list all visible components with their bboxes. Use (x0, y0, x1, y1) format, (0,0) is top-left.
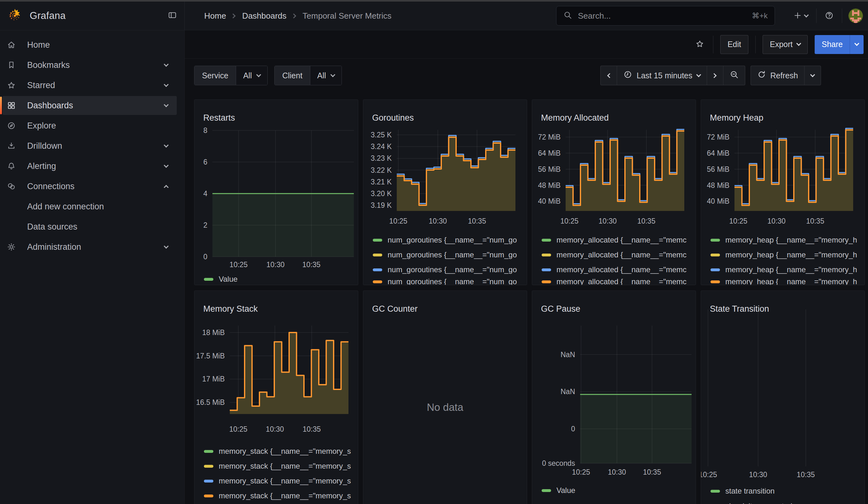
legend-item[interactable]: memory_allocated {__name__="memc (541, 235, 693, 245)
legend-label: Value (557, 486, 576, 495)
series-area (213, 194, 354, 257)
legend-item[interactable]: memory_stack {__name__="memory_s (204, 476, 355, 486)
legend-swatch-icon (711, 280, 720, 283)
panel-state-transition: State Transition 10:2510:3010:35 state t… (701, 290, 865, 504)
y-axis-tick-label: 72 MiB (707, 133, 730, 141)
legend-item[interactable]: shard_item_created (711, 501, 861, 504)
chevron-down-icon (810, 72, 815, 77)
legend-item[interactable]: num_goroutines {__name__="num_go (373, 277, 524, 285)
breadcrumb: HomeDashboardsTemporal Server Metrics (204, 11, 391, 21)
legend-label: memory_stack {__name__="memory_s (219, 447, 351, 456)
legend-item[interactable]: num_goroutines {__name__="num_go (373, 265, 524, 275)
legend-swatch-icon (711, 239, 720, 241)
share-button-group: Share (815, 35, 864, 54)
time-shift-back-button[interactable] (601, 66, 617, 85)
time-range-picker[interactable]: Last 15 minutes (617, 66, 707, 85)
sidebar-item-explore[interactable]: Explore (2, 116, 177, 135)
panel-title[interactable]: GC Counter (372, 304, 417, 314)
chevron-down-icon (164, 142, 169, 147)
share-button[interactable]: Share (815, 35, 850, 54)
drilldown-icon (7, 142, 27, 150)
legend-item[interactable]: memory_heap {__name__="memory_h (711, 250, 861, 260)
apps-icon (7, 101, 27, 110)
search-box[interactable]: ⌘+k (556, 6, 775, 25)
favorite-star-button[interactable] (693, 38, 706, 51)
dock-menu-icon[interactable] (168, 11, 177, 21)
chevron-down-icon (330, 72, 335, 77)
x-axis-tick-label: 10:30 (767, 217, 786, 225)
sidebar-item-home[interactable]: Home (2, 35, 177, 54)
sidebar-item-administration[interactable]: Administration (2, 237, 177, 256)
search-input[interactable] (577, 11, 752, 21)
share-dropdown-button[interactable] (850, 35, 864, 54)
y-axis-tick-label: 72 MiB (538, 133, 560, 141)
legend-swatch-icon (204, 495, 213, 497)
export-button[interactable]: Export (763, 35, 808, 54)
chevron-down-icon (164, 102, 169, 107)
legend-item[interactable]: num_goroutines {__name__="num_go (373, 250, 524, 260)
sidebar-item-drilldown[interactable]: Drilldown (2, 136, 177, 155)
help-icon (825, 11, 834, 21)
client-filter-selected: All (317, 71, 326, 80)
refresh-button[interactable]: Refresh (751, 66, 805, 85)
x-axis-tick-label: 10:35 (806, 217, 825, 225)
legend-item[interactable]: memory_allocated {__name__="memc (541, 250, 693, 260)
y-axis-tick-label: 8 (203, 126, 207, 134)
panel-title[interactable]: Restarts (203, 113, 235, 123)
sidebar-item-add-new-connection[interactable]: Add new connection (2, 197, 177, 216)
legend-item[interactable]: memory_allocated {__name__="memc (541, 265, 693, 275)
sidebar-item-data-sources[interactable]: Data sources (2, 217, 177, 236)
client-filter-label: Client (275, 66, 310, 85)
sidebar-item-alerting[interactable]: Alerting (2, 157, 177, 176)
x-axis-tick-label: 10:35 (468, 217, 486, 225)
legend-item[interactable]: Value (204, 274, 355, 284)
panel-title[interactable]: Memory Allocated (541, 113, 609, 123)
panel-memory-allocated: Memory Allocated 72 MiB64 MiB56 MiB48 Mi… (532, 100, 696, 285)
client-filter-value[interactable]: All (310, 66, 342, 85)
y-axis-tick-label: 3.22 K (371, 166, 392, 174)
legend-item[interactable]: memory_heap {__name__="memory_h (711, 277, 861, 285)
service-filter-value[interactable]: All (236, 66, 267, 85)
legend-item[interactable]: memory_heap {__name__="memory_h (711, 265, 861, 275)
sidebar-item-connections[interactable]: Connections (2, 177, 177, 196)
legend-item[interactable]: memory_stack {__name__="memory_s (204, 446, 355, 456)
breadcrumb-item[interactable]: Home (204, 11, 226, 21)
legend-item[interactable]: Value (541, 485, 693, 495)
add-button[interactable] (791, 9, 810, 23)
service-filter-label: Service (194, 66, 236, 85)
avatar[interactable] (848, 9, 863, 23)
legend-item[interactable]: memory_allocated {__name__="memc (541, 277, 693, 285)
breadcrumb-item[interactable]: Dashboards (242, 11, 286, 21)
sidebar-item-bookmarks[interactable]: Bookmarks (2, 55, 177, 74)
panel-title[interactable]: Goroutines (372, 113, 414, 123)
panel-title[interactable]: State Transition (710, 304, 769, 314)
export-label: Export (770, 40, 793, 49)
time-series-chart: NaNNaN00 seconds10:2510:3010:35 (532, 291, 696, 504)
legend-item[interactable]: memory_stack {__name__="memory_s (204, 461, 355, 471)
sidebar-item-starred[interactable]: Starred (2, 76, 177, 95)
panel-title[interactable]: Memory Heap (710, 113, 764, 123)
dashboard-content: Edit Export Share Service All (185, 30, 868, 504)
plus-icon (793, 11, 802, 21)
x-axis-tick-label: 10:30 (608, 468, 626, 476)
legend-item[interactable]: num_goroutines {__name__="num_go (373, 235, 524, 245)
y-axis-tick-label: 0 seconds (542, 459, 575, 467)
zoom-out-button[interactable] (723, 66, 745, 85)
panel-title[interactable]: Memory Stack (203, 304, 258, 314)
legend-item[interactable]: state transition (711, 486, 861, 496)
sidebar-item-label: Explore (27, 121, 177, 131)
sidebar-item-label: Dashboards (27, 101, 164, 111)
x-axis-tick-label: 10:35 (797, 471, 815, 479)
x-axis-tick-label: 10:30 (266, 425, 284, 433)
refresh-interval-button[interactable] (804, 66, 821, 85)
time-shift-forward-button[interactable] (707, 66, 723, 85)
help-button[interactable] (823, 9, 836, 23)
y-axis-tick-label: 17.5 MiB (196, 352, 225, 360)
legend-label: memory_heap {__name__="memory_h (725, 277, 857, 285)
legend-item[interactable]: memory_stack {__name__="memory_s (204, 491, 355, 501)
sidebar-item-dashboards[interactable]: Dashboards (2, 96, 177, 115)
panel-title[interactable]: GC Pause (541, 304, 580, 314)
edit-button[interactable]: Edit (720, 35, 748, 54)
x-axis-tick-label: 10:30 (598, 217, 617, 225)
legend-item[interactable]: memory_heap {__name__="memory_h (711, 235, 861, 245)
